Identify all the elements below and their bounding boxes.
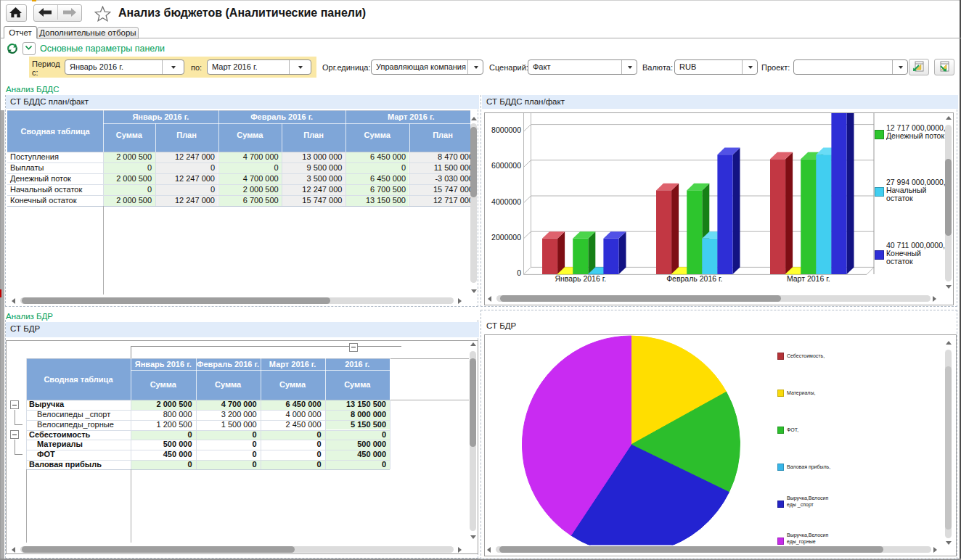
- svg-text:0: 0: [517, 268, 521, 277]
- svg-text:Январь 2016 г.: Январь 2016 г.: [555, 274, 606, 283]
- svg-text:4000000: 4000000: [491, 197, 521, 206]
- svg-text:Март 2016 г.: Март 2016 г.: [787, 274, 830, 283]
- svg-text:8000000: 8000000: [491, 125, 521, 134]
- svg-text:Февраль 2016 г.: Февраль 2016 г.: [666, 274, 722, 283]
- svg-text:2000000: 2000000: [491, 233, 521, 242]
- svg-text:6000000: 6000000: [491, 161, 521, 170]
